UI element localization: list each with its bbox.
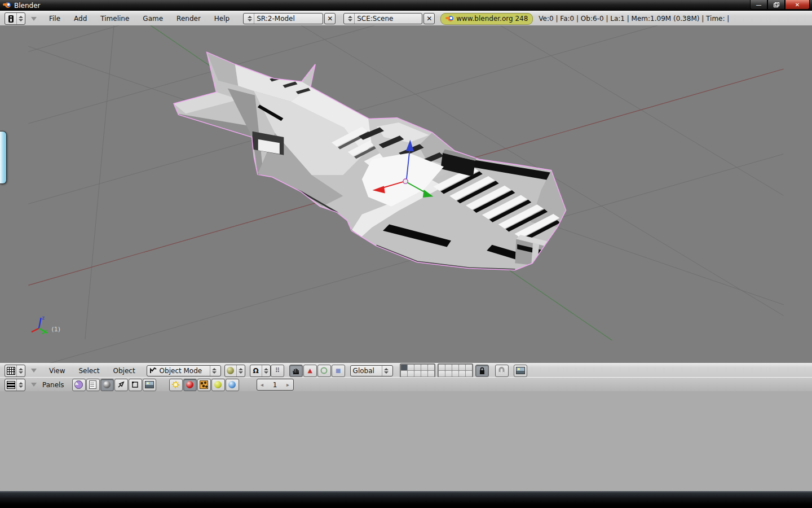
buttons-window-panel-area[interactable] [0,391,812,491]
object-arrows-icon [117,381,125,388]
collapse-header-icon[interactable] [31,369,37,373]
layer-button[interactable] [428,365,434,370]
menu-view[interactable]: View [42,367,72,375]
minimize-button[interactable]: — [750,0,767,10]
buttons-window-header: Panels ◂ 1 ▸ [0,377,812,392]
close-button[interactable]: ✕ [785,0,810,10]
screen-delete-button[interactable]: ✕ [324,13,336,24]
rotate-manipulator-button[interactable] [317,365,331,377]
world-icon [228,381,236,388]
layer-button[interactable] [439,371,445,376]
menu-render[interactable]: Render [170,15,208,23]
scene-delete-button[interactable]: ✕ [423,13,435,24]
layer-button[interactable] [452,371,458,376]
window-type-selector[interactable] [5,12,25,25]
menu-file[interactable]: File [42,15,67,23]
logic-context-button[interactable] [72,379,86,391]
layer-button[interactable] [421,365,427,370]
scene-selector[interactable]: SCE:Scene [343,13,422,24]
texture-buttons-button[interactable] [197,379,211,391]
layer-button[interactable] [459,365,465,370]
sidebar-handle-tab[interactable] [0,131,7,184]
script-icon [89,380,96,389]
frame-prev-icon[interactable]: ◂ [257,382,267,388]
info-window-icon [5,15,16,23]
layer-button[interactable] [452,365,458,370]
blender-version-button[interactable]: www.blender.org 248 [440,13,533,25]
translate-manipulator-button[interactable]: ▲ [303,365,317,377]
menu-object[interactable]: Object [107,367,142,375]
desktop: Blender — ✕ File Add Timeline Game Rende… [0,0,812,508]
screen-selector[interactable]: SR:2-Model [243,13,323,24]
buttons-window-icon [5,381,16,389]
layer-button[interactable] [401,365,407,370]
layer-button[interactable] [428,371,434,376]
layer-button[interactable] [466,365,472,370]
screen-spinner-icon[interactable] [246,14,254,24]
layer-button[interactable] [421,371,427,376]
scene-context-button[interactable] [143,379,156,391]
object-context-button[interactable] [114,379,128,391]
shading-context-button[interactable] [100,379,114,391]
layer-button[interactable] [408,365,414,370]
editing-icon [131,381,139,388]
layer-note-label: (1) [51,326,60,333]
object-origin-point[interactable] [403,179,408,183]
layer-button[interactable] [414,371,421,376]
blender-menubar: File Add Timeline Game Render Help SR:2-… [0,11,812,27]
lock-layers-button[interactable] [475,365,489,377]
lamp-buttons-button[interactable] [169,379,183,391]
layer-button[interactable] [445,371,452,376]
pivot-center-button[interactable]: ⠿ [271,365,284,377]
spaceship-model[interactable] [174,52,566,270]
material-icon [186,381,193,388]
collapse-header-icon[interactable] [31,17,37,21]
layer-button[interactable] [401,371,407,376]
blender-logo-icon [3,2,11,8]
window-controls: — ✕ [750,0,810,10]
lamp-icon [172,381,179,388]
3d-view-icon [5,367,16,375]
rotate-circle-icon [320,367,328,374]
scale-manipulator-button[interactable]: ■ [332,365,345,377]
collapse-header-icon[interactable] [31,383,37,387]
frame-next-icon[interactable]: ▸ [283,382,293,388]
blender-logo-icon [445,16,453,22]
snap-button[interactable] [495,365,509,377]
layer-button[interactable] [466,371,472,376]
layer-buttons-group-1 [400,364,435,378]
world-buttons-button[interactable] [226,379,239,391]
menu-timeline[interactable]: Timeline [94,15,136,23]
menu-help[interactable]: Help [208,15,236,23]
draw-type-selector[interactable] [224,365,245,377]
editing-context-button[interactable] [129,379,142,391]
frame-number-stepper[interactable]: ◂ 1 ▸ [257,379,294,391]
layer-button[interactable] [459,371,465,376]
script-context-button[interactable] [86,379,100,391]
minimize-icon: — [756,2,762,8]
layer-button[interactable] [439,365,445,370]
mode-selector[interactable]: Object Mode [147,365,221,376]
shading-sphere-icon [225,367,236,374]
menu-add[interactable]: Add [67,15,94,23]
layer-button[interactable] [414,365,421,370]
menu-game[interactable]: Game [136,15,170,23]
menu-select[interactable]: Select [72,367,106,375]
taskbar: e » Duckload.com · Eas... G GPGnet - Fig… [0,491,812,508]
manipulator-toggle-button[interactable] [289,365,303,377]
scene-statistics: Ve:0 | Fa:0 | Ob:6-0 | La:1 | Mem:1.09M … [539,15,729,23]
3d-viewport[interactable]: z (1) [0,25,812,363]
orientation-selector[interactable]: Global [350,365,393,376]
layer-button[interactable] [408,371,414,376]
material-buttons-button[interactable] [183,379,197,391]
pivot-selector[interactable]: Ω [250,365,271,377]
object-mode-icon [149,367,157,374]
view3d-window-type-selector[interactable] [5,365,25,377]
viewport-canvas[interactable]: z (1) [0,25,812,363]
render-preview-button[interactable] [514,365,527,377]
scene-spinner-icon[interactable] [346,14,355,24]
layer-button[interactable] [445,365,452,370]
restore-button[interactable] [767,0,785,10]
radiosity-buttons-button[interactable] [211,379,225,391]
buttons-window-type-selector[interactable] [5,379,25,391]
